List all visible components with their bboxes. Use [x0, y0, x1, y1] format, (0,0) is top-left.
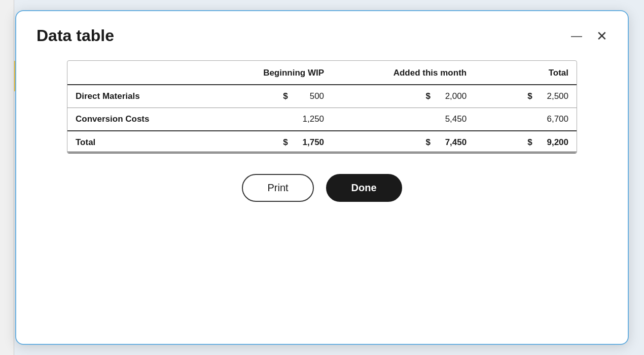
row-atm-total: $ 7,450 [332, 131, 475, 153]
modal-header: Data table — ✕ [37, 26, 607, 45]
minimize-button[interactable]: — [567, 28, 586, 44]
dollar-sign: $ [425, 91, 433, 101]
total-value: 6,700 [538, 114, 568, 124]
modal-title: Data table [37, 26, 114, 45]
row-bwip-total: $ 1,750 [210, 131, 332, 153]
bwip-value: 1,250 [294, 114, 324, 124]
col-header-label [67, 61, 210, 85]
footer-buttons: Print Done [37, 174, 607, 202]
data-table-container: Beginning WIP Added this month Total Dir… [67, 60, 577, 154]
dollar-sign: $ [283, 137, 290, 148]
table-row: Conversion Costs 1,250 5,450 6,700 [67, 108, 577, 131]
col-header-total: Total [475, 61, 577, 85]
data-table: Beginning WIP Added this month Total Dir… [67, 61, 577, 153]
row-label-conversion-costs: Conversion Costs [67, 108, 210, 131]
row-atm-conversion: 5,450 [332, 108, 475, 131]
atm-value: 5,450 [436, 114, 467, 124]
total-value: 2,500 [538, 91, 568, 101]
bwip-value: 1,750 [294, 137, 324, 148]
row-total-total: $ 9,200 [475, 131, 577, 153]
row-total-direct-materials: $ 2,500 [475, 85, 577, 108]
row-bwip-direct-materials: $ 500 [210, 85, 332, 108]
dollar-sign: $ [283, 91, 290, 101]
dollar-sign: $ [527, 137, 534, 148]
dollar-sign: $ [527, 91, 534, 101]
row-bwip-conversion: 1,250 [210, 108, 332, 131]
atm-value: 7,450 [436, 137, 467, 148]
modal-controls: — ✕ [567, 28, 607, 44]
modal-dialog: Data table — ✕ Beginning WIP Added this … [15, 10, 629, 345]
total-value: 9,200 [538, 137, 568, 148]
table-header: Beginning WIP Added this month Total [67, 61, 577, 85]
dollar-sign: $ [425, 137, 433, 148]
col-header-bwip: Beginning WIP [210, 61, 332, 85]
print-button[interactable]: Print [242, 174, 313, 202]
bwip-value: 500 [294, 91, 324, 101]
row-label-total: Total [67, 131, 210, 153]
table-body: Direct Materials $ 500 $ 2,000 $ 2,500 [67, 85, 577, 153]
col-header-atm: Added this month [332, 61, 475, 85]
modal-overlay: Data table — ✕ Beginning WIP Added this … [0, 0, 644, 355]
row-label-direct-materials: Direct Materials [67, 85, 210, 108]
row-atm-direct-materials: $ 2,000 [332, 85, 475, 108]
done-button[interactable]: Done [326, 174, 402, 202]
table-row: Direct Materials $ 500 $ 2,000 $ 2,500 [67, 85, 577, 108]
table-row: Total $ 1,750 $ 7,450 $ 9,200 [67, 131, 577, 153]
close-button[interactable]: ✕ [596, 29, 607, 43]
atm-value: 2,000 [436, 91, 467, 101]
header-row: Beginning WIP Added this month Total [67, 61, 577, 85]
row-total-conversion: 6,700 [475, 108, 577, 131]
